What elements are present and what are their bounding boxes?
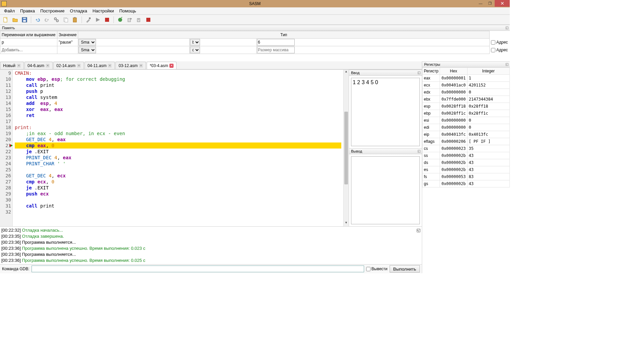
float-icon[interactable]: ◱: [505, 62, 508, 66]
register-row: eip0x004013fc0x4013fc: [423, 131, 510, 138]
open-file-icon[interactable]: [11, 16, 19, 23]
mem-smart-select[interactable]: Smart: [79, 39, 96, 46]
log-panel[interactable]: ◱ [00:22:32] Отладка началась...[00:23:3…: [0, 226, 422, 265]
register-row: ebx0x7ffde0002147344384: [423, 96, 510, 103]
tab-close-icon[interactable]: ✕: [169, 64, 174, 68]
code-editor[interactable]: 9101112131415161718192021222324252627282…: [0, 70, 349, 226]
registers-panel-header: Регистры ◱: [422, 61, 510, 67]
toolbar: [0, 15, 510, 25]
menu-Файл[interactable]: Файл: [1, 8, 17, 14]
tab-Новый[interactable]: Новый✕: [0, 62, 24, 69]
menu-Настройки[interactable]: Настройки: [90, 8, 117, 14]
svg-rect-8: [73, 18, 77, 22]
input-textarea[interactable]: 1 2 3 4 5 0: [351, 78, 420, 146]
svg-point-4: [54, 18, 56, 20]
menu-Помощь[interactable]: Помощь: [116, 8, 139, 14]
float-icon[interactable]: ◱: [416, 227, 420, 233]
mem-size-select-2[interactable]: d: [190, 47, 200, 53]
stop-icon[interactable]: [103, 16, 111, 23]
tab-02-14.asm[interactable]: 02-14.asm✕: [53, 62, 84, 69]
menu-Отладка[interactable]: Отладка: [67, 8, 90, 14]
reg-col-int: Integer: [467, 68, 509, 75]
mem-smart-select-2[interactable]: Smart: [79, 47, 96, 53]
tab-close-icon[interactable]: ✕: [139, 64, 143, 68]
svg-rect-15: [146, 18, 150, 22]
tab-close-icon[interactable]: ✕: [46, 64, 50, 68]
output-textarea[interactable]: [351, 156, 420, 225]
register-row: ebp0x0028ff1c0x28ff1c: [423, 110, 510, 117]
title-bar: SASM — ❐ ✕: [0, 0, 510, 7]
step-over-icon[interactable]: [126, 16, 133, 23]
paste-icon[interactable]: [71, 16, 79, 23]
minimize-button[interactable]: —: [476, 0, 485, 7]
mem-col-var: Переменная или выражение: [0, 31, 57, 39]
mem-add-cell[interactable]: Добавить...: [0, 46, 57, 54]
svg-rect-2: [23, 20, 26, 22]
log-line: [00:22:32] Отладка началась...: [1, 227, 420, 233]
svg-rect-9: [74, 17, 76, 18]
tab-04-11.asm[interactable]: 04-11.asm✕: [85, 62, 115, 69]
mem-placeholder-input[interactable]: [257, 47, 295, 53]
mem-col-val: Значение: [57, 31, 78, 39]
register-row: cs0x0000002335: [423, 145, 510, 152]
register-row: edi0x000000000: [423, 124, 510, 131]
log-line: [00:23:35] Отладка завершена.: [1, 233, 420, 239]
register-row: eax0x000000011: [423, 75, 510, 82]
svg-rect-7: [65, 18, 68, 22]
float-icon[interactable]: ◱: [417, 149, 420, 153]
mem-size-select[interactable]: b: [190, 39, 200, 46]
svg-point-12: [118, 18, 122, 22]
svg-rect-11: [105, 18, 109, 22]
undo-icon[interactable]: [34, 16, 41, 23]
tab-close-icon[interactable]: ✕: [108, 64, 112, 68]
window-title: SASM: [249, 1, 260, 6]
run-icon[interactable]: [94, 16, 101, 23]
svg-rect-3: [23, 18, 26, 19]
redo-icon[interactable]: [43, 16, 51, 23]
gdb-label: Команда GDB:: [2, 267, 30, 271]
editor-tabs: Новый✕04-6.asm✕02-14.asm✕04-11.asm✕03-12…: [0, 61, 422, 69]
svg-rect-10: [89, 17, 91, 19]
tab-close-icon[interactable]: ✕: [17, 64, 21, 68]
vertical-scrollbar[interactable]: ▲ ▼: [343, 70, 349, 226]
mem-num-input[interactable]: [257, 39, 295, 46]
tab-03-12.asm[interactable]: 03-12.asm✕: [115, 62, 146, 69]
mem-var-cell[interactable]: p: [0, 39, 57, 46]
menu-Построение[interactable]: Построение: [38, 8, 67, 14]
mem-val-cell-2: [57, 46, 78, 54]
reg-col-hex: Hex: [440, 68, 467, 75]
register-row: ecx0x00401ac04201152: [423, 82, 510, 89]
close-button[interactable]: ✕: [495, 0, 510, 7]
tab-04-6.asm[interactable]: 04-6.asm✕: [24, 62, 53, 69]
mem-addr-checkbox-2[interactable]: [491, 48, 495, 52]
build-icon[interactable]: [85, 16, 92, 23]
input-panel-header: Ввод ◱: [349, 70, 422, 76]
mem-addr-checkbox[interactable]: [491, 40, 495, 45]
menu-Правка[interactable]: Правка: [17, 8, 38, 14]
register-row: eflags0x00000206[ PF IF ]: [423, 138, 510, 145]
mem-val-cell: "pause": [57, 39, 78, 46]
settings-icon[interactable]: [53, 16, 60, 23]
stop-debug-icon[interactable]: [145, 16, 152, 23]
tab-*03-4.asm[interactable]: *03-4.asm✕: [147, 62, 177, 69]
code-area[interactable]: CMAIN: mov ebp, esp; for correct debuggi…: [13, 70, 343, 226]
mem-col-type: Тип: [78, 31, 490, 39]
gdb-exec-button[interactable]: Выполнить: [390, 265, 420, 273]
new-file-icon[interactable]: [2, 16, 9, 23]
svg-rect-14: [137, 18, 140, 22]
log-line: [00:23:36] Программа выполнена успешно. …: [1, 257, 420, 264]
registers-title: Регистры: [424, 62, 440, 66]
float-icon[interactable]: ◱: [505, 26, 508, 30]
log-line: [00:23:36] Программа выполняется...: [1, 251, 420, 257]
save-file-icon[interactable]: [21, 16, 28, 23]
copy-icon[interactable]: [62, 16, 69, 23]
maximize-button[interactable]: ❐: [485, 0, 495, 7]
gdb-print-checkbox[interactable]: [366, 267, 370, 271]
debug-icon[interactable]: [116, 16, 124, 23]
tab-close-icon[interactable]: ✕: [77, 64, 81, 68]
step-into-icon[interactable]: [135, 16, 143, 23]
breakpoint-marker-icon[interactable]: [9, 142, 13, 146]
gdb-input[interactable]: [32, 266, 364, 272]
register-row: ds0x0000002b43: [423, 159, 510, 166]
float-icon[interactable]: ◱: [417, 71, 420, 74]
